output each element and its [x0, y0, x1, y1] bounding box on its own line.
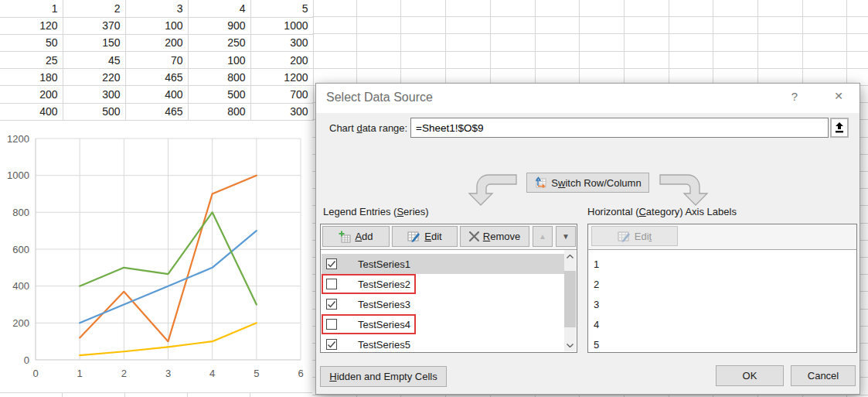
axis-edit-button-label: Edit: [635, 231, 652, 242]
cell[interactable]: 400: [0, 103, 63, 120]
cell[interactable]: 70: [125, 52, 188, 69]
table-row: 1802204658001200: [0, 69, 313, 86]
close-icon[interactable]: ✕: [830, 87, 847, 104]
dialog-title: Select Data Source: [326, 91, 433, 104]
switch-row-column-button[interactable]: Switch Row/Column: [526, 173, 649, 193]
cell[interactable]: 50: [0, 34, 63, 51]
edit-icon: [407, 231, 420, 242]
switch-button-label: Switch Row/Column: [551, 177, 641, 189]
cell[interactable]: 300: [63, 86, 125, 103]
axis-labels-list: 12345: [589, 249, 856, 351]
select-data-source-dialog: Select Data Source ? ✕ Chart data range:…: [315, 83, 860, 395]
cell[interactable]: 200: [0, 86, 63, 103]
edit-axis-labels-button[interactable]: Edit: [591, 226, 678, 246]
remove-x-icon: [469, 231, 479, 241]
axis-labels-section-label: Horizontal (Category) Axis Labels: [587, 206, 737, 217]
scrollbar-thumb[interactable]: [564, 271, 576, 327]
embedded-line-chart[interactable]: 0200400600800100012000123456: [0, 121, 312, 392]
cell[interactable]: 370: [63, 17, 125, 34]
axis-labels-panel: Edit 12345: [587, 224, 857, 353]
down-arrow-icon: ▼: [562, 232, 570, 241]
chart-data-range-label: Chart data range:: [329, 122, 407, 134]
cell[interactable]: 100: [188, 52, 250, 69]
svg-text:200: 200: [12, 317, 29, 329]
cell[interactable]: 1: [0, 0, 63, 17]
cell[interactable]: 300: [250, 103, 313, 120]
axis-label-item[interactable]: 2: [589, 274, 856, 294]
collapse-dialog-button[interactable]: [830, 118, 849, 138]
label-text: ata range:: [363, 122, 408, 134]
annotation-red-box: [322, 314, 416, 334]
cell[interactable]: 800: [188, 69, 250, 86]
cell[interactable]: 45: [63, 52, 125, 69]
svg-text:4: 4: [209, 368, 215, 379]
cell[interactable]: 220: [63, 69, 125, 86]
hidden-and-empty-cells-button[interactable]: Hidden and Empty Cells: [320, 366, 447, 387]
cell[interactable]: 1200: [250, 69, 313, 86]
legend-toolbar: Add Edit Remove ▲ ▼: [321, 224, 577, 250]
collapse-range-icon: [834, 122, 845, 134]
axis-label-item[interactable]: 5: [589, 334, 856, 351]
table-row: 50150200250300: [0, 34, 313, 51]
axis-label-item[interactable]: 4: [589, 314, 856, 334]
spreadsheet-data: 1234512037010090010005015020025030025457…: [0, 0, 314, 121]
cell[interactable]: 5: [250, 0, 313, 17]
cell[interactable]: 700: [250, 86, 313, 103]
switch-row-column-icon: [534, 176, 547, 189]
series-name: TestSeries5: [358, 339, 410, 351]
dialog-titlebar[interactable]: Select Data Source ? ✕: [316, 84, 859, 113]
cell[interactable]: 150: [63, 34, 125, 51]
scrollbar-up-icon[interactable]: [564, 250, 576, 262]
cell[interactable]: 25: [0, 52, 63, 69]
svg-text:1200: 1200: [7, 133, 29, 145]
label-text: Chart: [329, 122, 356, 134]
cell[interactable]: 465: [125, 103, 188, 120]
edit-series-button[interactable]: Edit: [392, 226, 458, 247]
cell[interactable]: 465: [125, 69, 188, 86]
series-checkbox[interactable]: [326, 258, 337, 269]
cell[interactable]: 180: [0, 69, 63, 86]
series-row[interactable]: TestSeries1: [322, 254, 564, 274]
cell[interactable]: 1000: [250, 17, 313, 34]
cell[interactable]: 2: [63, 0, 125, 17]
series-checkbox[interactable]: [326, 299, 337, 310]
series-name: TestSeries1: [358, 258, 410, 270]
cell[interactable]: 400: [125, 86, 188, 103]
scrollbar-down-icon[interactable]: [564, 339, 576, 351]
cell[interactable]: 250: [188, 34, 250, 51]
series-checkbox[interactable]: [326, 339, 337, 350]
table-row: 12345: [0, 0, 313, 17]
remove-series-button[interactable]: Remove: [460, 226, 529, 247]
svg-text:800: 800: [12, 207, 29, 218]
cell[interactable]: 3: [125, 0, 188, 17]
legend-entries-section-label: Legend Entries (Series): [323, 206, 429, 217]
axis-label-item[interactable]: 3: [589, 294, 856, 314]
move-down-button[interactable]: ▼: [556, 226, 576, 247]
ok-button[interactable]: OK: [716, 365, 784, 386]
svg-text:400: 400: [12, 280, 29, 292]
help-icon[interactable]: ?: [786, 87, 803, 104]
add-series-button[interactable]: Add: [322, 226, 390, 247]
svg-text:5: 5: [254, 368, 259, 379]
cell[interactable]: 4: [188, 0, 250, 17]
cell[interactable]: 800: [188, 103, 250, 120]
series-list-scrollbar[interactable]: [564, 250, 576, 351]
cell[interactable]: 200: [250, 52, 313, 69]
cell[interactable]: 120: [0, 17, 63, 34]
series-row[interactable]: TestSeries5: [322, 334, 576, 351]
svg-text:1000: 1000: [7, 169, 29, 181]
cancel-button[interactable]: Cancel: [791, 365, 856, 386]
up-arrow-icon: ▲: [539, 232, 546, 241]
svg-text:2: 2: [121, 368, 127, 379]
series-row[interactable]: TestSeries3: [322, 294, 576, 314]
cell[interactable]: 100: [125, 17, 188, 34]
cell[interactable]: 900: [188, 17, 250, 34]
cell[interactable]: 500: [188, 86, 250, 103]
move-up-button[interactable]: ▲: [533, 226, 553, 247]
cell[interactable]: 200: [125, 34, 188, 51]
cell[interactable]: 300: [250, 34, 313, 51]
axis-label-item[interactable]: 1: [589, 254, 856, 274]
chart-data-range-input[interactable]: [410, 118, 829, 138]
annotation-red-box: [322, 274, 416, 294]
cell[interactable]: 500: [63, 103, 125, 120]
